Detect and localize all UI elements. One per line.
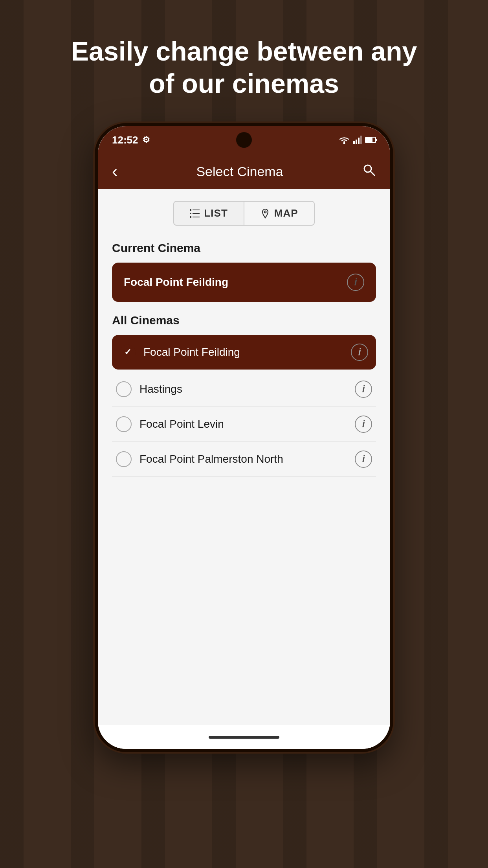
all-cinemas-section: All Cinemas Focal Point Feilding i Hasti… [112,314,376,477]
svg-line-6 [371,171,374,175]
wifi-icon [338,136,350,144]
tab-map-label: MAP [274,207,298,219]
svg-rect-2 [356,140,357,144]
tab-list[interactable]: LIST [173,201,244,226]
app-header: ‹ Select Cinema [98,154,390,189]
current-cinema-section: Current Cinema Focal Point Feilding i [112,241,376,302]
cinema-info-button-0[interactable]: i [351,344,368,361]
svg-rect-10 [193,210,200,210]
all-cinemas-heading: All Cinemas [112,314,376,327]
radio-unselected-2 [116,416,132,432]
svg-point-13 [264,211,266,213]
radio-selected-0 [120,344,136,360]
cinema-name-0: Focal Point Feilding [143,346,240,359]
signal-icon [353,136,362,144]
battery-icon [365,137,376,143]
status-bar: 12:52 ⚙ [98,126,390,154]
cinema-name-1: Hastings [139,383,182,395]
cinema-list-item-0[interactable]: Focal Point Feilding i [112,335,376,370]
settings-icon: ⚙ [142,135,150,145]
svg-rect-11 [193,213,200,214]
camera-notch [236,132,252,148]
home-bar-line [209,736,279,739]
svg-point-0 [343,142,345,144]
svg-rect-3 [358,138,360,144]
cinema-info-button-1[interactable]: i [355,381,372,398]
current-cinema-heading: Current Cinema [112,241,376,255]
tab-list-label: LIST [204,207,227,219]
cinema-list-item-2[interactable]: Focal Point Levin i [112,407,376,442]
phone-frame: 12:52 ⚙ ‹ Select Cinema [95,123,393,752]
cinema-info-button-2[interactable]: i [355,416,372,433]
cinema-name-3: Focal Point Palmerston North [139,453,283,465]
svg-rect-1 [353,141,355,144]
header-title: Select Cinema [196,164,283,179]
back-button[interactable]: ‹ [112,163,117,180]
search-button[interactable] [362,163,376,180]
cinema-list-item-3[interactable]: Focal Point Palmerston North i [112,442,376,477]
radio-unselected-1 [116,381,132,397]
current-cinema-info-button[interactable]: i [347,274,364,291]
radio-unselected-3 [116,451,132,467]
svg-rect-8 [190,213,191,214]
tab-map[interactable]: MAP [244,201,315,226]
cinema-info-button-3[interactable]: i [355,451,372,468]
svg-rect-9 [190,216,191,218]
current-cinema-name: Focal Point Feilding [124,276,228,289]
svg-rect-12 [193,217,200,217]
content-area: LIST MAP Current Cinema Focal Point Feil… [98,189,390,725]
cinema-list-item-1[interactable]: Hastings i [112,372,376,407]
home-bar [98,725,390,749]
cinema-name-2: Focal Point Levin [139,418,224,430]
status-time: 12:52 [112,134,138,146]
svg-rect-7 [190,209,191,211]
page-headline: Easily change between any of our cinemas [67,35,421,99]
tab-toggle: LIST MAP [112,201,376,226]
svg-rect-4 [360,136,362,144]
current-cinema-card[interactable]: Focal Point Feilding i [112,263,376,302]
